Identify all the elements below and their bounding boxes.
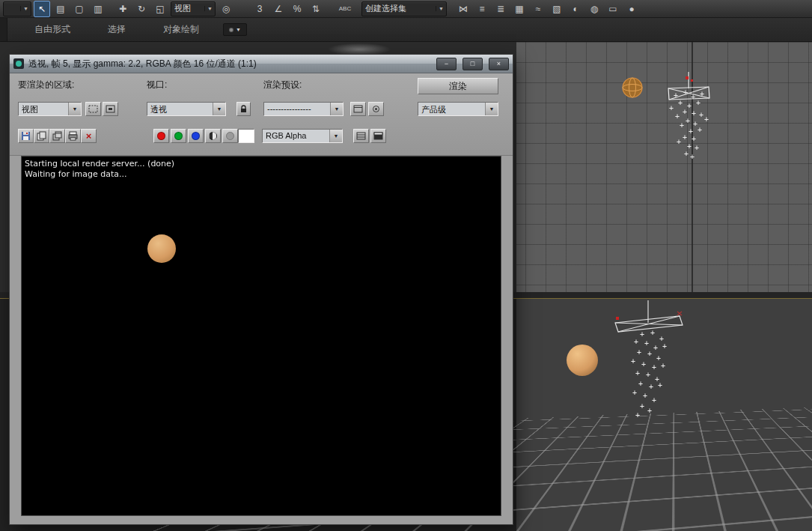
- snap-3d-icon: 3: [257, 4, 263, 13]
- render-canvas[interactable]: Starting local render server... (done) W…: [21, 156, 501, 516]
- percent-snap-button[interactable]: %: [289, 1, 305, 17]
- render-setup-dialog-button[interactable]: [350, 102, 366, 116]
- teapot-icon: ●: [629, 4, 634, 13]
- snap-toggle-3d-button[interactable]: 3: [251, 1, 268, 17]
- render-preset-dropdown[interactable]: ---------------- ▼: [263, 102, 344, 116]
- select-and-move-button[interactable]: ✚: [115, 1, 131, 17]
- particle-cross: +: [655, 376, 659, 383]
- lock-viewport-button[interactable]: [236, 102, 251, 116]
- particle-cross: +: [686, 118, 690, 125]
- print-image-button[interactable]: [65, 129, 81, 143]
- select-and-scale-button[interactable]: ◱: [152, 1, 168, 17]
- minimize-button[interactable]: −: [436, 58, 457, 70]
- reference-coordinate-dropdown[interactable]: 视图 ▼: [171, 1, 216, 16]
- material-editor-button[interactable]: ◐: [567, 1, 584, 17]
- create-selection-set-value: 创建选择集: [362, 3, 436, 14]
- ribbon-more-button[interactable]: ▼: [223, 23, 247, 36]
- red-channel-button[interactable]: [153, 129, 169, 143]
- save-icon: [21, 131, 31, 141]
- particle-emitter: [668, 72, 709, 100]
- particle-cross: +: [658, 382, 662, 389]
- clone-rendered-frame-button[interactable]: [49, 129, 65, 143]
- render-setup-icon: ◍: [590, 4, 598, 13]
- chevron-down-icon: ▼: [20, 6, 31, 11]
- rotate-icon: ↻: [138, 4, 145, 13]
- curve-editor-button[interactable]: ≈: [530, 1, 546, 17]
- chevron-down-icon: ▼: [204, 6, 215, 11]
- particle-cross: +: [680, 122, 684, 130]
- select-and-rotate-button[interactable]: ↻: [133, 1, 150, 17]
- schematic-view-button[interactable]: ▧: [549, 1, 565, 17]
- render-setup-button[interactable]: ◍: [586, 1, 602, 17]
- align-button[interactable]: ≡: [474, 1, 490, 17]
- printer-icon: [68, 131, 78, 141]
- render-button[interactable]: 渲染: [418, 78, 498, 94]
- environment-effects-button[interactable]: [368, 102, 384, 116]
- viewport-dropdown[interactable]: 透视 ▼: [147, 102, 226, 116]
- maximize-button[interactable]: □: [463, 58, 483, 70]
- mirror-button[interactable]: ⋈: [455, 1, 471, 17]
- render-window-titlebar[interactable]: 透视, 帧 5, 显示 gamma: 2.2, RGBA 颜色 16 位/通道 …: [10, 55, 513, 73]
- move-icon: ✚: [119, 4, 126, 13]
- use-pivot-point-button[interactable]: ◎: [218, 1, 234, 17]
- shaded-sphere[interactable]: [567, 345, 598, 376]
- close-button[interactable]: ×: [489, 58, 509, 70]
- tab-selection[interactable]: 选择: [97, 23, 136, 36]
- wireframe-sphere: [623, 78, 642, 97]
- particle-cross: +: [697, 127, 702, 134]
- spinner-snap-button[interactable]: ⇅: [308, 1, 324, 17]
- particle-cross: +: [677, 139, 681, 146]
- area-to-render-dropdown[interactable]: 视图 ▼: [18, 102, 82, 116]
- green-channel-button[interactable]: [171, 129, 186, 143]
- auto-region-button[interactable]: [103, 102, 118, 116]
- ui-overlays-icon: [356, 132, 366, 140]
- chevron-down-icon: ▼: [68, 103, 81, 115]
- delete-x-icon: ×: [86, 130, 92, 142]
- graphite-ribbon-button[interactable]: ▦: [511, 1, 528, 17]
- alpha-channel-button[interactable]: [222, 129, 238, 143]
- schematic-icon: ▧: [552, 4, 561, 13]
- particle-cross: +: [684, 151, 689, 158]
- render-quality-dropdown[interactable]: 产品级 ▼: [418, 102, 498, 116]
- particle-cross: +: [693, 121, 697, 128]
- toggle-ui-button[interactable]: [370, 129, 386, 143]
- create-selection-set-dropdown[interactable]: 创建选择集 ▼: [361, 1, 447, 16]
- selection-filter-dropdown[interactable]: ▼: [3, 1, 31, 16]
- angle-snap-button[interactable]: ∠: [270, 1, 287, 17]
- tab-object-paint[interactable]: 对象绘制: [153, 23, 210, 36]
- save-image-button[interactable]: [18, 129, 34, 143]
- ribbon-icon: ▦: [515, 4, 523, 13]
- clear-image-button[interactable]: ×: [81, 129, 97, 143]
- particle-cross: +: [683, 109, 687, 116]
- blue-channel-button[interactable]: [188, 129, 204, 143]
- color-swatch[interactable]: [238, 129, 254, 143]
- copy-image-button[interactable]: [34, 129, 49, 143]
- select-object-button[interactable]: ↖: [34, 1, 50, 17]
- status-line: Waiting for image data...: [25, 169, 126, 179]
- channel-display-dropdown[interactable]: RGB Alpha ▼: [262, 129, 343, 143]
- render-production-button[interactable]: ●: [623, 1, 640, 17]
- ribbon-bar: 自由形式 选择 对象绘制 ▼: [0, 18, 812, 42]
- particle-cross: +: [656, 355, 661, 362]
- tab-freeform[interactable]: 自由形式: [24, 23, 81, 36]
- select-by-name-button[interactable]: ▤: [52, 1, 69, 17]
- cursor-icon: ↖: [38, 4, 46, 13]
- align-icon: ≡: [479, 4, 484, 13]
- particle-cross: +: [652, 364, 656, 371]
- lock-icon: [239, 105, 248, 113]
- monochrome-button[interactable]: [205, 129, 221, 143]
- rendered-frame-button[interactable]: ▭: [605, 1, 621, 17]
- green-channel-icon: [174, 132, 183, 140]
- keyboard-override-button[interactable]: ABC: [337, 1, 353, 17]
- window-crossing-toggle[interactable]: ▥: [90, 1, 106, 17]
- particle-cross: +: [700, 91, 704, 98]
- edit-region-button[interactable]: [85, 102, 101, 116]
- manage-layers-button[interactable]: ≣: [492, 1, 509, 17]
- ribbon-corner: [0, 18, 7, 41]
- edit-region-icon: [88, 105, 98, 113]
- channel-display-value: RGB Alpha: [263, 130, 329, 142]
- pivot-icon: ◎: [222, 4, 230, 13]
- toggle-ui-overlays-button[interactable]: [353, 129, 369, 143]
- selection-region-dropdown[interactable]: ▢: [71, 1, 88, 17]
- curve-icon: ≈: [536, 4, 541, 13]
